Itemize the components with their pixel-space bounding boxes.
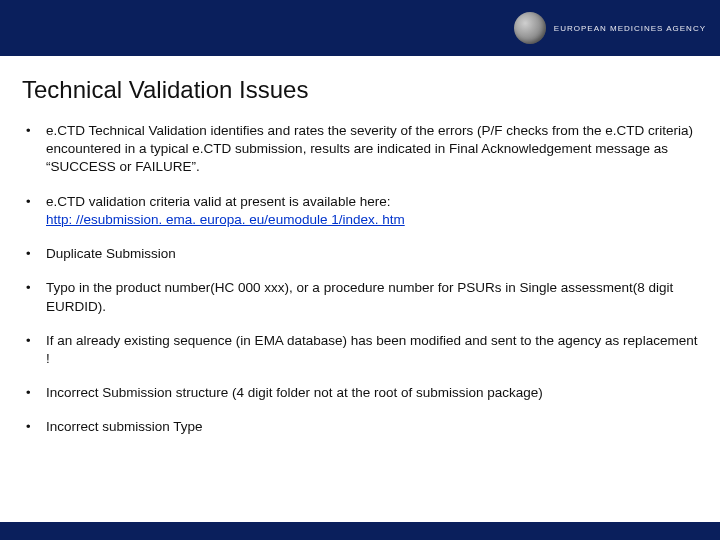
list-item: Incorrect submission Type	[22, 418, 698, 436]
agency-logo: EUROPEAN MEDICINES AGENCY	[514, 12, 706, 44]
bullet-text: e.CTD validation criteria valid at prese…	[46, 194, 390, 209]
page-title: Technical Validation Issues	[22, 76, 698, 104]
bullet-text: If an already existing sequence (in EMA …	[46, 333, 697, 366]
slide-content: Technical Validation Issues e.CTD Techni…	[0, 56, 720, 437]
bullet-text: Typo in the product number(HC 000 xxx), …	[46, 280, 673, 313]
header-bar: EUROPEAN MEDICINES AGENCY	[0, 0, 720, 56]
bullet-text: Duplicate Submission	[46, 246, 176, 261]
list-item: Incorrect Submission structure (4 digit …	[22, 384, 698, 402]
criteria-link[interactable]: http: //esubmission. ema. europa. eu/eum…	[46, 212, 405, 227]
list-item: Typo in the product number(HC 000 xxx), …	[22, 279, 698, 315]
bullet-text: Incorrect Submission structure (4 digit …	[46, 385, 543, 400]
bullet-list: e.CTD Technical Validation identifies an…	[22, 122, 698, 437]
list-item: e.CTD Technical Validation identifies an…	[22, 122, 698, 177]
bullet-text: Incorrect submission Type	[46, 419, 203, 434]
agency-logo-icon	[514, 12, 546, 44]
agency-label: EUROPEAN MEDICINES AGENCY	[554, 24, 706, 33]
footer-bar	[0, 522, 720, 540]
list-item: e.CTD validation criteria valid at prese…	[22, 193, 698, 229]
bullet-text: e.CTD Technical Validation identifies an…	[46, 123, 693, 174]
list-item: If an already existing sequence (in EMA …	[22, 332, 698, 368]
list-item: Duplicate Submission	[22, 245, 698, 263]
